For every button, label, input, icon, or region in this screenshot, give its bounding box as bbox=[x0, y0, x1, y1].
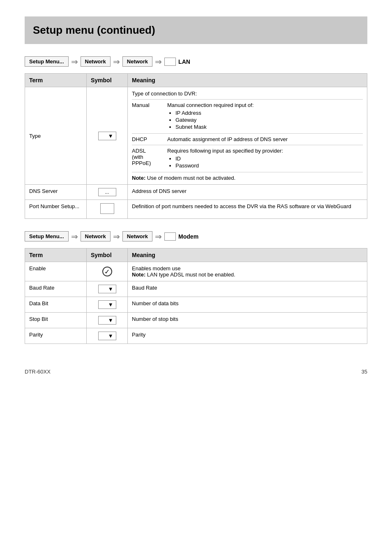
type-note-text: Use of modem must not be activated. bbox=[145, 175, 235, 181]
stopbit-dropdown[interactable]: ▼ bbox=[98, 316, 116, 325]
type-dropdown[interactable]: ▼ bbox=[98, 132, 116, 140]
breadcrumb-1: Setup Menu... ⇒ Network ⇒ Network ⇒ LAN bbox=[25, 56, 367, 67]
enable-symbol: ✓ bbox=[87, 262, 128, 281]
adsl-bullet-1: ID bbox=[175, 155, 283, 162]
adsl-desc-block: Requires following input as specified by… bbox=[167, 148, 283, 169]
adsl-bullets: ID Password bbox=[167, 155, 283, 169]
breadcrumb-final-2: Modem bbox=[164, 232, 198, 241]
table1-header-symbol: Symbol bbox=[87, 74, 128, 87]
table-row: Data Bit ▼ Number of data bits bbox=[25, 297, 367, 313]
table2-header-term: Term bbox=[25, 248, 87, 262]
manual-row: Manual Manual connection required input … bbox=[132, 102, 363, 134]
manual-bullets: IP Address Gateway Subnet Mask bbox=[167, 110, 254, 130]
baud-term: Baud Rate bbox=[25, 281, 87, 297]
stopbit-meaning: Number of stop bits bbox=[128, 313, 367, 328]
table-2: Term Symbol Meaning Enable ✓ Enables mod… bbox=[25, 248, 367, 344]
enable-checkbox-icon[interactable]: ✓ bbox=[102, 267, 112, 276]
baud-symbol: ▼ bbox=[87, 281, 128, 297]
type-note: Note: Use of modem must not be activated… bbox=[132, 175, 363, 181]
breadcrumb-arrow-2c: ⇒ bbox=[155, 232, 162, 241]
breadcrumb-icon-1 bbox=[164, 58, 176, 66]
enable-note-text: LAN type ADSL must not be enabled. bbox=[145, 272, 235, 278]
enable-note: Note: LAN type ADSL must not be enabled. bbox=[132, 272, 363, 278]
breadcrumb-arrow-1b: ⇒ bbox=[113, 57, 120, 67]
manual-bullet-3: Subnet Mask bbox=[175, 124, 254, 130]
type-meaning: Type of connection to DVR: Manual Manual… bbox=[128, 87, 367, 185]
manual-bullet-1: IP Address bbox=[175, 110, 254, 116]
adsl-row: ADSL(withPPPoE) Requires following input… bbox=[132, 148, 363, 172]
enable-term: Enable bbox=[25, 262, 87, 281]
dns-meaning: Address of DNS server bbox=[128, 185, 367, 200]
footer-page: 35 bbox=[362, 369, 367, 375]
stopbit-symbol: ▼ bbox=[87, 313, 128, 328]
breadcrumb-arrow-2a: ⇒ bbox=[71, 232, 78, 241]
table2-header-meaning: Meaning bbox=[128, 248, 367, 262]
breadcrumb-icon-2 bbox=[164, 232, 176, 241]
type-intro: Type of connection to DVR: bbox=[132, 91, 363, 100]
table-row: Enable ✓ Enables modem use Note: LAN typ… bbox=[25, 262, 367, 281]
databit-meaning: Number of data bits bbox=[128, 297, 367, 313]
table-row: Stop Bit ▼ Number of stop bits bbox=[25, 313, 367, 328]
parity-symbol: ▼ bbox=[87, 328, 128, 344]
manual-bullet-2: Gateway bbox=[175, 117, 254, 123]
breadcrumb-final-label-2: Modem bbox=[178, 233, 198, 240]
table-row: DNS Server ... Address of DNS server bbox=[25, 185, 367, 200]
enable-note-label: Note: bbox=[132, 272, 145, 278]
parity-term: Parity bbox=[25, 328, 87, 344]
table-1: Term Symbol Meaning Type ▼ Type of conne… bbox=[25, 73, 367, 219]
dns-symbol: ... bbox=[87, 185, 128, 200]
table-row: Parity ▼ Parity bbox=[25, 328, 367, 344]
breadcrumb-setup-menu-1: Setup Menu... bbox=[25, 56, 69, 67]
dns-term: DNS Server bbox=[25, 185, 87, 200]
enable-meaning: Enables modem use Note: LAN type ADSL mu… bbox=[128, 262, 367, 281]
page-title: Setup menu (continued) bbox=[25, 16, 367, 44]
databit-term: Data Bit bbox=[25, 297, 87, 313]
baud-meaning: Baud Rate bbox=[128, 281, 367, 297]
table-row: Baud Rate ▼ Baud Rate bbox=[25, 281, 367, 297]
port-symbol bbox=[87, 200, 128, 219]
table2-header-symbol: Symbol bbox=[87, 248, 128, 262]
parity-meaning: Parity bbox=[128, 328, 367, 344]
dhcp-desc: Automatic assignment of IP address of DN… bbox=[167, 136, 288, 142]
dropdown-arrow-icon: ▼ bbox=[108, 133, 113, 139]
dropdown-arrow-icon: ▼ bbox=[108, 333, 113, 339]
breadcrumb-network2-1: Network bbox=[122, 56, 152, 67]
type-symbol: ▼ bbox=[87, 87, 128, 185]
dhcp-row: DHCP Automatic assignment of IP address … bbox=[132, 136, 363, 145]
footer-model: DTR-60XX bbox=[25, 369, 51, 375]
port-rect-icon bbox=[100, 203, 114, 214]
breadcrumb-final-label-1: LAN bbox=[178, 58, 190, 65]
breadcrumb-arrow-1a: ⇒ bbox=[71, 57, 78, 67]
adsl-bullet-2: Password bbox=[175, 162, 283, 169]
databit-symbol: ▼ bbox=[87, 297, 128, 313]
port-term: Port Number Setup... bbox=[25, 200, 87, 219]
adsl-desc: Requires following input as specified by… bbox=[167, 148, 283, 154]
manual-desc-block: Manual connection required input of: IP … bbox=[167, 102, 254, 131]
table-row: Port Number Setup... Definition of port … bbox=[25, 200, 367, 219]
enable-meaning-main: Enables modem use bbox=[132, 265, 363, 272]
databit-dropdown[interactable]: ▼ bbox=[98, 300, 116, 309]
table-row: Type ▼ Type of connection to DVR: Manual… bbox=[25, 87, 367, 185]
dropdown-arrow-icon: ▼ bbox=[108, 286, 113, 292]
dropdown-arrow-icon: ▼ bbox=[108, 317, 113, 323]
breadcrumb-arrow-2b: ⇒ bbox=[113, 232, 120, 241]
adsl-label: ADSL(withPPPoE) bbox=[132, 148, 161, 169]
type-term: Type bbox=[25, 87, 87, 185]
table1-header-term: Term bbox=[25, 74, 87, 87]
port-meaning: Definition of port numbers needed to acc… bbox=[128, 200, 367, 219]
breadcrumb-2: Setup Menu... ⇒ Network ⇒ Network ⇒ Mode… bbox=[25, 231, 367, 241]
breadcrumb-network2-2: Network bbox=[122, 231, 152, 241]
dropdown-arrow-icon: ▼ bbox=[108, 302, 113, 308]
breadcrumb-network1-1: Network bbox=[81, 56, 111, 67]
dhcp-label: DHCP bbox=[132, 136, 161, 142]
breadcrumb-setup-menu-2: Setup Menu... bbox=[25, 231, 69, 241]
baud-dropdown[interactable]: ▼ bbox=[98, 285, 116, 293]
table1-header-meaning: Meaning bbox=[128, 74, 367, 87]
manual-desc: Manual connection required input of: bbox=[167, 102, 254, 108]
parity-dropdown[interactable]: ▼ bbox=[98, 332, 116, 340]
manual-label: Manual bbox=[132, 102, 161, 131]
dns-button[interactable]: ... bbox=[98, 188, 116, 196]
breadcrumb-network1-2: Network bbox=[81, 231, 111, 241]
page: Setup menu (continued) Setup Menu... ⇒ N… bbox=[0, 0, 392, 391]
type-note-label: Note: bbox=[132, 175, 145, 181]
